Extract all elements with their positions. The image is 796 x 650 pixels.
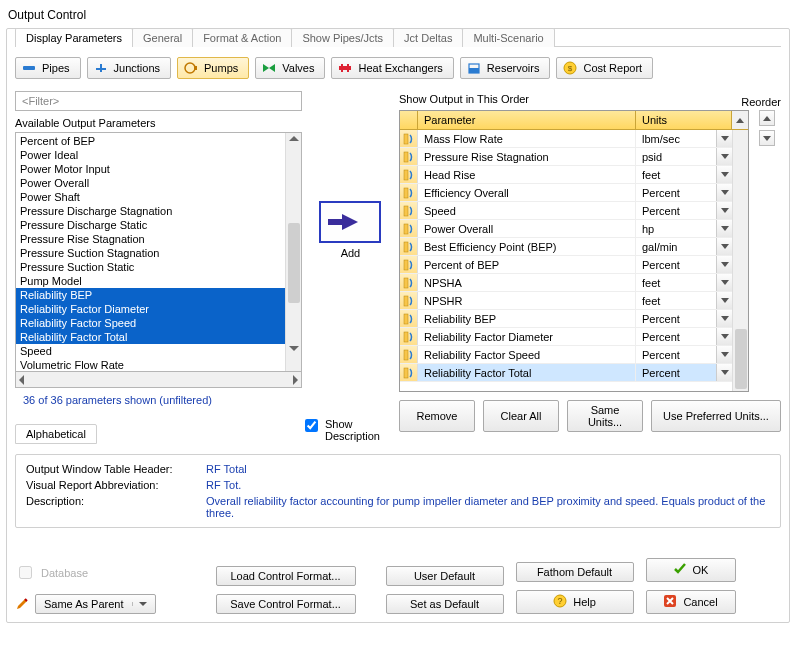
row-parameter: Pressure Rise Stagnation — [418, 148, 636, 165]
chevron-down-icon — [721, 298, 729, 303]
list-scrollbar-horizontal[interactable] — [15, 372, 302, 388]
tab-alphabetical[interactable]: Alphabetical — [15, 424, 97, 444]
row-units-dropdown[interactable] — [716, 292, 732, 309]
table-row[interactable]: Best Efficiency Point (BEP)gal/min — [400, 238, 732, 256]
table-row[interactable]: NPSHRfeet — [400, 292, 732, 310]
list-item[interactable]: Pressure Discharge Static — [16, 218, 285, 232]
table-row[interactable]: Mass Flow Ratelbm/sec — [400, 130, 732, 148]
table-row[interactable]: Efficiency OverallPercent — [400, 184, 732, 202]
clear-all-button[interactable]: Clear All — [483, 400, 559, 432]
set-as-default-button[interactable]: Set as Default — [386, 594, 504, 614]
list-item[interactable]: Pressure Suction Static — [16, 260, 285, 274]
cancel-button[interactable]: Cancel — [646, 590, 736, 614]
row-units-dropdown[interactable] — [716, 184, 732, 201]
table-row[interactable]: Percent of BEPPercent — [400, 256, 732, 274]
list-item[interactable]: Pressure Suction Stagnation — [16, 246, 285, 260]
table-row[interactable]: SpeedPercent — [400, 202, 732, 220]
list-item[interactable]: Power Shaft — [16, 190, 285, 204]
row-units-dropdown[interactable] — [716, 166, 732, 183]
same-units-button[interactable]: Same Units... — [567, 400, 643, 432]
list-item[interactable]: Power Ideal — [16, 148, 285, 162]
database-input — [19, 566, 32, 579]
tab-display-parameters[interactable]: Display Parameters — [15, 28, 133, 47]
table-row[interactable]: Power Overallhp — [400, 220, 732, 238]
row-units-dropdown[interactable] — [716, 238, 732, 255]
category-label: Pumps — [204, 62, 238, 74]
grid-header-corner[interactable] — [400, 111, 418, 129]
list-item[interactable]: Reliability Factor Diameter — [16, 302, 285, 316]
category-pipes[interactable]: Pipes — [15, 57, 81, 79]
tab-general[interactable]: General — [132, 28, 193, 47]
row-units-dropdown[interactable] — [716, 310, 732, 327]
tab-format-action[interactable]: Format & Action — [192, 28, 292, 47]
row-icon — [400, 202, 418, 219]
row-units-dropdown[interactable] — [716, 220, 732, 237]
remove-button[interactable]: Remove — [399, 400, 475, 432]
reorder-up-button[interactable] — [759, 110, 775, 126]
table-row[interactable]: NPSHAfeet — [400, 274, 732, 292]
list-scrollbar-vertical[interactable] — [285, 133, 301, 371]
row-icon — [400, 310, 418, 327]
table-row[interactable]: Head Risefeet — [400, 166, 732, 184]
available-listbox[interactable]: Percent of BEPPower IdealPower Motor Inp… — [16, 133, 285, 371]
table-row[interactable]: Reliability Factor SpeedPercent — [400, 346, 732, 364]
row-units-dropdown[interactable] — [716, 130, 732, 147]
category-valves[interactable]: Valves — [255, 57, 325, 79]
load-control-format-button[interactable]: Load Control Format... — [216, 566, 356, 586]
table-row[interactable]: Reliability Factor TotalPercent — [400, 364, 732, 382]
show-description-input[interactable] — [305, 419, 318, 432]
table-row[interactable]: Reliability BEPPercent — [400, 310, 732, 328]
ok-button[interactable]: OK — [646, 558, 736, 582]
list-item[interactable]: Pressure Discharge Stagnation — [16, 204, 285, 218]
category-heat-exchangers[interactable]: Heat Exchangers — [331, 57, 453, 79]
category-junctions[interactable]: Junctions — [87, 57, 171, 79]
list-item[interactable]: Pump Model — [16, 274, 285, 288]
arrow-right-icon — [342, 214, 358, 230]
list-item[interactable]: Power Overall — [16, 176, 285, 190]
list-item[interactable]: Reliability Factor Speed — [16, 316, 285, 330]
tab-multi-scenario[interactable]: Multi-Scenario — [462, 28, 554, 47]
user-default-button[interactable]: User Default — [386, 566, 504, 586]
table-row[interactable]: Pressure Rise Stagnationpsid — [400, 148, 732, 166]
list-item[interactable]: Pressure Rise Stagnation — [16, 232, 285, 246]
row-icon — [400, 292, 418, 309]
row-units-dropdown[interactable] — [716, 364, 732, 381]
filter-input[interactable]: <Filter> — [15, 91, 302, 111]
category-pumps[interactable]: Pumps — [177, 57, 249, 79]
category-cost-report[interactable]: $ Cost Report — [556, 57, 653, 79]
same-as-parent-button[interactable]: Same As Parent — [35, 594, 156, 614]
save-control-format-button[interactable]: Save Control Format... — [216, 594, 356, 614]
svg-rect-16 — [404, 260, 408, 270]
row-units-dropdown[interactable] — [716, 256, 732, 273]
grid-scrollbar-vertical[interactable] — [732, 130, 748, 391]
tab-show-pipes-jcts[interactable]: Show Pipes/Jcts — [291, 28, 394, 47]
list-item[interactable]: Volumetric Flow Rate — [16, 358, 285, 371]
grid-header-units[interactable]: Units — [636, 111, 732, 129]
row-units-dropdown[interactable] — [716, 148, 732, 165]
list-item[interactable]: Reliability Factor Total — [16, 330, 285, 344]
show-description-checkbox[interactable]: ShowDescription — [301, 418, 380, 444]
help-button[interactable]: ? Help — [516, 590, 634, 614]
row-units-dropdown[interactable] — [716, 274, 732, 291]
grid-scroll-up[interactable] — [732, 111, 748, 129]
list-item[interactable]: Speed — [16, 344, 285, 358]
row-units-dropdown[interactable] — [716, 346, 732, 363]
category-reservoirs[interactable]: Reservoirs — [460, 57, 551, 79]
list-item[interactable]: Power Motor Input — [16, 162, 285, 176]
grid-header-parameter[interactable]: Parameter — [418, 111, 636, 129]
pump-icon — [184, 61, 198, 75]
tab-jct-deltas[interactable]: Jct Deltas — [393, 28, 463, 47]
row-units-dropdown[interactable] — [716, 328, 732, 345]
table-row[interactable]: Reliability Factor DiameterPercent — [400, 328, 732, 346]
reorder-down-button[interactable] — [759, 130, 775, 146]
fathom-default-button[interactable]: Fathom Default — [516, 562, 634, 582]
desc-header-label: Output Window Table Header: — [26, 463, 206, 475]
row-units-dropdown[interactable] — [716, 202, 732, 219]
chevron-down-icon — [721, 352, 729, 357]
use-preferred-units-button[interactable]: Use Preferred Units... — [651, 400, 781, 432]
list-item[interactable]: Reliability BEP — [16, 288, 285, 302]
list-item[interactable]: Percent of BEP — [16, 134, 285, 148]
row-icon — [400, 346, 418, 363]
add-button[interactable] — [319, 201, 381, 243]
close-icon — [663, 594, 677, 610]
